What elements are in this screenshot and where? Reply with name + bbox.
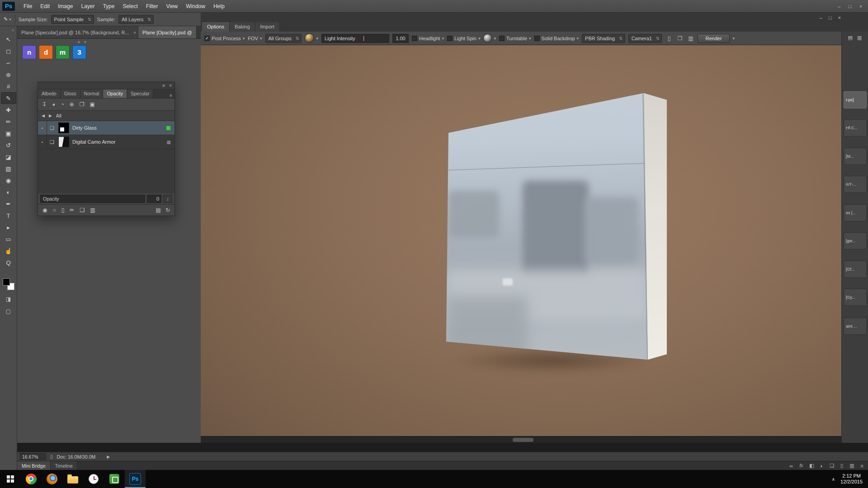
maximize-icon[interactable]: □ xyxy=(829,15,832,20)
group-folder-icon[interactable]: ❏ xyxy=(830,463,834,469)
trash-icon[interactable]: ▥ xyxy=(90,207,95,213)
close-icon[interactable]: × xyxy=(838,15,841,20)
taskbar-firefox[interactable] xyxy=(42,470,62,488)
dock-item-3[interactable]: [M... xyxy=(844,148,867,165)
tab-opacity[interactable]: Opacity xyxy=(103,89,127,98)
forward-icon[interactable]: ▶ xyxy=(49,113,52,118)
slider-handle[interactable] xyxy=(363,35,365,42)
solid-backdrop-toggle[interactable]: Solid Backdrop ▾ xyxy=(534,36,579,41)
close-icon[interactable]: × xyxy=(84,40,86,44)
layer-thumbnail[interactable] xyxy=(58,122,69,133)
clone-stamp-tool[interactable]: ▣ xyxy=(1,127,16,139)
start-button[interactable] xyxy=(0,470,21,488)
panel-menu-icon[interactable]: ≡ xyxy=(167,93,175,98)
collapse-panel-icon[interactable]: » xyxy=(12,26,17,33)
trash-icon[interactable]: ▥ xyxy=(687,35,694,42)
history-brush-tool[interactable]: ↺ xyxy=(1,139,16,151)
3do-app-icon[interactable]: 3 xyxy=(72,45,86,59)
stack-icon[interactable]: ▣ xyxy=(90,101,94,108)
menu-select[interactable]: Select xyxy=(118,0,142,13)
menu-edit[interactable]: Edit xyxy=(36,0,54,13)
adjustment-icon[interactable]: ◐ xyxy=(821,463,824,469)
close-icon[interactable]: × xyxy=(133,30,136,35)
dodge-tool[interactable]: ◐ xyxy=(1,186,16,198)
trash-icon[interactable]: ▥ xyxy=(857,35,862,41)
tab-timeline[interactable]: Timeline xyxy=(51,461,78,470)
zoom-level-input[interactable]: 16.67% xyxy=(20,453,46,460)
scrollbar-thumb[interactable] xyxy=(513,438,533,442)
panel-menu-icon[interactable]: ≡ xyxy=(77,40,80,44)
taskbar-explorer[interactable] xyxy=(62,470,83,488)
layer-thumbnail[interactable] xyxy=(58,136,69,147)
new-document-icon[interactable]: ▯ xyxy=(665,35,673,42)
camera-select[interactable]: Camera1 ⇅ xyxy=(628,34,662,43)
quick-selection-tool[interactable]: ⊛ xyxy=(1,69,16,80)
color-swatches[interactable] xyxy=(3,278,14,290)
eraser-tool[interactable]: ◪ xyxy=(1,151,16,163)
close-icon[interactable]: × xyxy=(855,4,866,9)
taskbar-green-app[interactable] xyxy=(104,470,125,488)
gradient-tool[interactable]: ▧ xyxy=(1,163,16,174)
dock-item-5[interactable]: es [... xyxy=(844,204,867,221)
menu-image[interactable]: Image xyxy=(54,0,77,13)
brush-tool[interactable]: ✏ xyxy=(1,116,16,127)
light-intensity-value[interactable]: 1.00 xyxy=(392,34,409,43)
layer-mask-icon[interactable]: ◧ xyxy=(809,463,814,469)
tab-specular[interactable]: Specular xyxy=(127,89,153,98)
dock-item-6[interactable]: [gw... xyxy=(844,232,867,249)
menu-help[interactable]: Help xyxy=(209,0,229,13)
move-tool[interactable]: ↖ xyxy=(1,33,16,45)
copy-icon[interactable]: ❐ xyxy=(80,101,85,108)
tray-expand-icon[interactable]: ∧ xyxy=(832,477,835,482)
import-icon[interactable]: ↧ xyxy=(42,101,47,108)
minimize-icon[interactable]: – xyxy=(820,15,822,20)
environment-picker[interactable]: ▾ xyxy=(305,33,318,43)
sample-select[interactable]: All Layers ⇅ xyxy=(118,15,154,24)
light-spin-toggle[interactable]: Light Spin ▾ xyxy=(447,36,480,41)
back-icon[interactable]: ◀ xyxy=(42,113,45,118)
sphere-wire-icon[interactable]: ◔ xyxy=(61,101,64,108)
circle-icon[interactable]: ○ xyxy=(52,207,56,213)
quick-mask-icon[interactable]: ◨ xyxy=(6,296,11,302)
dock-item-8[interactable]: [Gy... xyxy=(844,289,867,306)
close-icon[interactable]: × xyxy=(169,83,172,88)
dock-item-7[interactable]: [Gf... xyxy=(844,261,867,278)
stepper-icon[interactable]: ↕ xyxy=(163,195,172,203)
dock-item-4[interactable]: mT-... xyxy=(844,176,867,193)
shading-select[interactable]: PBR Shading ⇅ xyxy=(582,34,625,43)
caret-down-icon[interactable]: ▾ xyxy=(733,36,735,41)
tab-import[interactable]: Import xyxy=(255,22,280,32)
new-document-icon[interactable]: ▤ xyxy=(848,35,853,41)
tab-options[interactable]: Options xyxy=(202,22,230,32)
sample-size-select[interactable]: Point Sample ⇅ xyxy=(51,15,94,24)
refresh-icon[interactable]: ↻ xyxy=(165,207,170,213)
tab-baking[interactable]: Baking xyxy=(230,22,255,32)
menu-type[interactable]: Type xyxy=(99,0,118,13)
healing-brush-tool[interactable]: ✚ xyxy=(1,104,16,116)
taskbar-clock-app[interactable] xyxy=(83,470,104,488)
3d-viewport[interactable] xyxy=(201,45,841,436)
lasso-tool[interactable]: ∽ xyxy=(1,57,16,69)
taskbar-chrome[interactable] xyxy=(21,470,42,488)
menu-file[interactable]: File xyxy=(19,0,36,13)
blur-tool[interactable]: ◉ xyxy=(1,174,16,186)
visibility-toggle-icon[interactable]: ▪ xyxy=(38,121,47,135)
menu-view[interactable]: View xyxy=(162,0,182,13)
layer-row-dirty-glass[interactable]: ▪ ❏ Dirty Glass xyxy=(38,121,175,135)
folder-icon[interactable]: ❐ xyxy=(676,35,684,42)
visibility-toggle-icon[interactable]: ▪ xyxy=(38,135,47,149)
tab-albedo[interactable]: Albedo xyxy=(38,89,61,98)
panel-menu-icon[interactable]: ≡ xyxy=(861,463,863,469)
opacity-name-input[interactable]: Opacity xyxy=(40,195,145,203)
folder-icon[interactable]: ❏ xyxy=(80,207,85,213)
fov-dropdown[interactable]: FOV ▾ xyxy=(248,36,262,41)
material-sphere-picker[interactable]: ▾ xyxy=(483,34,496,42)
marquee-tool[interactable]: ◻ xyxy=(1,45,16,57)
screen-mode-icon[interactable]: ▢ xyxy=(6,308,11,314)
light-intensity-slider[interactable]: Light Intensity xyxy=(321,34,389,43)
tab-gloss[interactable]: Gloss xyxy=(61,89,80,98)
foreground-color-swatch[interactable] xyxy=(3,278,10,286)
mdo-app-icon[interactable]: m xyxy=(56,45,70,59)
maximize-icon[interactable]: □ xyxy=(844,4,855,9)
type-tool[interactable]: T xyxy=(1,210,16,221)
